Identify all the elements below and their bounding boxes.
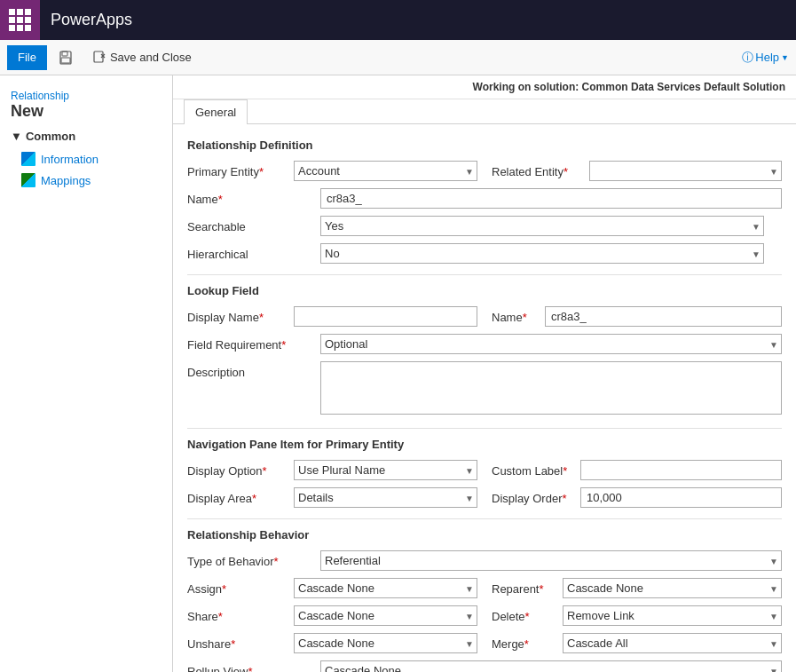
- unshare-required: *: [231, 637, 235, 651]
- lookup-display-name-group: Display Name*: [187, 306, 477, 327]
- name-input[interactable]: [320, 188, 782, 209]
- name-label: Name*: [187, 188, 320, 206]
- display-order-label: Display Order*: [492, 487, 580, 505]
- rollup-view-label: Rollup View*: [187, 660, 320, 672]
- custom-label-required: *: [563, 464, 567, 478]
- section-lookup-field: Lookup Field: [187, 284, 782, 297]
- display-option-group: Display Option* Use Plural Name Use Cust…: [187, 460, 477, 480]
- share-select[interactable]: Cascade NoneCascade All: [294, 605, 477, 626]
- type-of-behavior-label: Type of Behavior*: [187, 550, 320, 568]
- related-entity-label: Related Entity*: [492, 161, 589, 178]
- tab-general[interactable]: General: [184, 99, 248, 124]
- help-dropdown-icon: ▼: [781, 53, 789, 62]
- reparent-group: Reparent* Cascade NoneCascade All ▼: [492, 578, 782, 598]
- unshare-select[interactable]: Cascade NoneCascade All: [294, 633, 477, 653]
- row-assign-reparent: Assign* Cascade NoneCascade AllCascade A…: [187, 578, 782, 598]
- information-icon: [21, 152, 35, 166]
- reparent-wrapper: Cascade NoneCascade All ▼: [563, 578, 782, 598]
- display-option-required: *: [263, 464, 267, 478]
- save-close-icon: [92, 51, 106, 65]
- merge-required: *: [524, 637, 529, 651]
- display-option-select[interactable]: Use Plural Name Use Custom Label Do Not …: [294, 460, 477, 480]
- working-on-banner: Working on solution: Common Data Service…: [173, 75, 796, 99]
- field-requirement-wrapper: Optional Required Recommended ▼: [320, 334, 782, 354]
- section-nav-pane: Navigation Pane Item for Primary Entity: [187, 438, 782, 451]
- reparent-label: Reparent*: [492, 578, 563, 596]
- commandbar: File Save and Close ⓘ Help ▼: [0, 40, 796, 75]
- field-requirement-select[interactable]: Optional Required Recommended: [320, 334, 782, 354]
- reparent-select[interactable]: Cascade NoneCascade All: [563, 578, 782, 598]
- form-body: Relationship Definition Primary Entity* …: [173, 124, 796, 672]
- lookup-name-group: Name*: [492, 306, 782, 327]
- name-control: [320, 188, 782, 209]
- assign-label: Assign*: [187, 578, 294, 596]
- display-area-required: *: [252, 492, 256, 505]
- row-share-delete: Share* Cascade NoneCascade All ▼ Delete*: [187, 605, 782, 626]
- unshare-wrapper: Cascade NoneCascade All ▼: [294, 633, 477, 653]
- display-order-input[interactable]: [580, 487, 782, 508]
- related-entity-group: Related Entity* ▼: [492, 161, 782, 181]
- save-close-label: Save and Close: [110, 51, 192, 64]
- row-field-requirement: Field Requirement* Optional Required Rec…: [187, 334, 782, 354]
- assign-wrapper: Cascade NoneCascade AllCascade Active ▼: [294, 578, 477, 598]
- display-area-label: Display Area*: [187, 487, 294, 505]
- rollup-view-wrapper: Cascade NoneCascade All ▼: [320, 660, 782, 672]
- help-button[interactable]: ⓘ Help ▼: [742, 50, 789, 66]
- delete-required: *: [525, 610, 530, 623]
- app-title: PowerApps: [40, 11, 132, 29]
- sidebar-header: Relationship New: [0, 83, 172, 124]
- section-label: Common: [26, 130, 75, 143]
- row-display-area: Display Area* Details Sales Service Mark…: [187, 487, 782, 508]
- related-entity-select[interactable]: [589, 161, 782, 181]
- primary-entity-group: Primary Entity* Account ▼: [187, 161, 477, 181]
- display-area-group: Display Area* Details Sales Service Mark…: [187, 487, 477, 508]
- field-req-required: *: [281, 338, 286, 352]
- searchable-select[interactable]: Yes No: [320, 216, 764, 236]
- display-option-wrapper: Use Plural Name Use Custom Label Do Not …: [294, 460, 477, 480]
- merge-select[interactable]: Cascade AllCascade None: [563, 633, 782, 653]
- related-entity-required: *: [564, 165, 568, 178]
- topbar: PowerApps: [0, 0, 796, 40]
- lookup-display-name-input[interactable]: [294, 306, 477, 327]
- tab-bar: General: [173, 99, 796, 124]
- lookup-name-input[interactable]: [545, 306, 782, 327]
- primary-entity-select[interactable]: Account: [294, 161, 477, 181]
- waffle-button[interactable]: [0, 0, 40, 40]
- file-button[interactable]: File: [7, 45, 47, 70]
- type-of-behavior-select[interactable]: Referential Parental Custom: [320, 550, 782, 571]
- sidebar-item-mappings[interactable]: Mappings: [0, 170, 172, 191]
- mappings-icon: [21, 173, 35, 187]
- main-area: Relationship New ▼ Common Information Ma…: [0, 75, 796, 672]
- description-textarea[interactable]: [320, 361, 782, 415]
- unshare-group: Unshare* Cascade NoneCascade All ▼: [187, 633, 477, 653]
- delete-select[interactable]: Remove LinkRestrictCascade All: [563, 605, 782, 626]
- display-area-select[interactable]: Details Sales Service Marketing: [294, 487, 477, 508]
- save-close-button[interactable]: Save and Close: [84, 45, 200, 70]
- lookup-name-label: Name*: [492, 306, 545, 324]
- hierarchical-select[interactable]: No Yes: [320, 243, 764, 264]
- display-order-required: *: [562, 492, 566, 505]
- share-group: Share* Cascade NoneCascade All ▼: [187, 605, 477, 626]
- section-relationship-behavior: Relationship Behavior: [187, 528, 782, 542]
- merge-label: Merge*: [492, 633, 563, 651]
- assign-select[interactable]: Cascade NoneCascade AllCascade Active: [294, 578, 477, 598]
- related-entity-wrapper: ▼: [589, 161, 782, 181]
- delete-wrapper: Remove LinkRestrictCascade All ▼: [563, 605, 782, 626]
- share-wrapper: Cascade NoneCascade All ▼: [294, 605, 477, 626]
- waffle-icon: [9, 9, 31, 31]
- row-lookup-display-name: Display Name* Name*: [187, 306, 782, 327]
- rollup-view-select[interactable]: Cascade NoneCascade All: [320, 660, 782, 672]
- row-rollup-view: Rollup View* Cascade NoneCascade All ▼: [187, 660, 782, 672]
- divider-2: [187, 428, 782, 429]
- share-label: Share*: [187, 605, 294, 623]
- lookup-display-name-label: Display Name*: [187, 306, 294, 324]
- custom-label-input[interactable]: [580, 460, 782, 480]
- save-icon-button[interactable]: [51, 45, 81, 70]
- section-triangle-icon: ▼: [11, 130, 22, 143]
- type-of-behavior-required: *: [274, 555, 279, 568]
- hierarchical-label: Hierarchical: [187, 243, 320, 261]
- lookup-name-required: *: [523, 311, 527, 324]
- svg-rect-2: [61, 58, 70, 63]
- sidebar-title: New: [11, 102, 162, 121]
- sidebar-item-information[interactable]: Information: [0, 148, 172, 170]
